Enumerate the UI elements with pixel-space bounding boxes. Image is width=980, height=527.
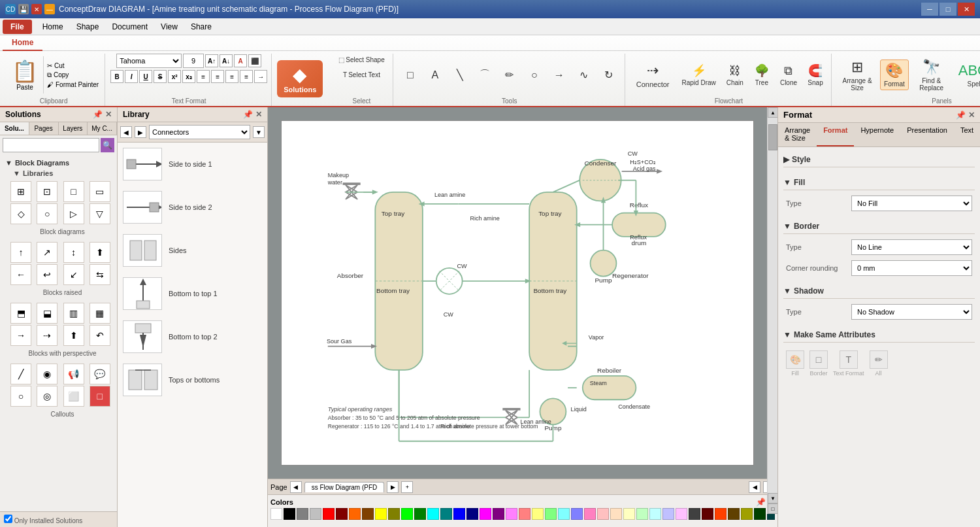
- select-shape-button[interactable]: ⬚ Select Shape: [335, 54, 389, 66]
- app-icon-close[interactable]: ✕: [31, 4, 42, 14]
- document-menu[interactable]: Document: [105, 20, 154, 34]
- maximize-button[interactable]: □: [939, 3, 956, 16]
- color-swatch-22[interactable]: [558, 508, 570, 520]
- library-forward-button[interactable]: ▶: [135, 126, 146, 138]
- tab-layers[interactable]: Layers: [59, 122, 88, 135]
- tab-myc[interactable]: My C...: [88, 122, 117, 135]
- page-tab-active[interactable]: ss Flow Diagram (PFD: [304, 482, 385, 492]
- library-pin-icon[interactable]: 📌: [243, 110, 253, 119]
- color-swatch-17[interactable]: [493, 508, 504, 520]
- color-swatch-33[interactable]: [702, 508, 713, 520]
- lib-shape-side-to-side-1[interactable]: [123, 148, 162, 180]
- italic-button[interactable]: I: [125, 70, 138, 83]
- color-swatch-34[interactable]: [715, 508, 727, 520]
- tab-arrange-size[interactable]: Arrange & Size: [778, 123, 817, 146]
- colors-pin-icon[interactable]: 📌: [756, 498, 766, 507]
- color-swatch-20[interactable]: [532, 508, 544, 520]
- align-center-button[interactable]: ≡: [211, 70, 224, 83]
- shape-menu[interactable]: Shape: [70, 20, 106, 34]
- shape-raised-3[interactable]: ↕: [63, 242, 84, 263]
- color-swatch-31[interactable]: [676, 508, 687, 520]
- border-type-select[interactable]: No Line: [851, 239, 972, 255]
- tab-solutions[interactable]: Solu...: [0, 122, 29, 135]
- solutions-button[interactable]: ◆ Solutions: [277, 60, 323, 97]
- align-justify-button[interactable]: ≡: [240, 70, 253, 83]
- align-left-button[interactable]: ≡: [197, 70, 210, 83]
- lib-shape-bottom-to-top-1[interactable]: [123, 277, 162, 310]
- page-add-button[interactable]: +: [401, 481, 413, 493]
- rect-tool-button[interactable]: □: [399, 67, 422, 84]
- minimize-button[interactable]: ─: [921, 3, 938, 16]
- library-menu-button[interactable]: ▼: [253, 126, 265, 138]
- libraries-title[interactable]: ▼ Libraries: [10, 168, 114, 178]
- tab-home[interactable]: Home: [3, 35, 42, 51]
- share-menu[interactable]: Share: [184, 20, 218, 34]
- color-swatch-27[interactable]: [623, 508, 635, 520]
- shape-item-4[interactable]: ▭: [90, 181, 110, 202]
- format-close-icon[interactable]: ✕: [968, 110, 975, 120]
- arrow-tool-button[interactable]: →: [547, 67, 571, 84]
- make-same-all[interactable]: ✏ All: [870, 350, 888, 377]
- format-pin-icon[interactable]: 📌: [956, 110, 966, 120]
- lib-shape-bottom-to-top-2[interactable]: [123, 320, 162, 353]
- make-same-fill[interactable]: 🎨 Fill: [786, 350, 804, 377]
- subscript-button[interactable]: x₂: [182, 70, 195, 83]
- solutions-search-button[interactable]: 🔍: [101, 138, 114, 152]
- solutions-close-icon[interactable]: ✕: [105, 110, 112, 119]
- shape-raised-7[interactable]: ↙: [63, 264, 84, 285]
- curve-tool-button[interactable]: ⌒: [473, 65, 497, 84]
- color-swatch-5[interactable]: [336, 508, 348, 520]
- color-swatch-15[interactable]: [466, 508, 478, 520]
- pencil-tool-button[interactable]: ✏: [498, 66, 521, 84]
- shape-item-1[interactable]: ⊞: [10, 181, 31, 202]
- shape-raised-8[interactable]: ⇆: [90, 264, 110, 285]
- font-shrink-button[interactable]: A↓: [220, 54, 233, 67]
- curve2-tool-button[interactable]: ∿: [572, 66, 596, 84]
- color-swatch-13[interactable]: [440, 508, 452, 520]
- shape-callout-8[interactable]: □: [90, 386, 110, 407]
- canvas-wrapper[interactable]: Top tray Bottom tray Top tray Bottom tra…: [268, 107, 767, 479]
- only-installed-checkbox[interactable]: [4, 515, 12, 523]
- color-swatch-19[interactable]: [519, 508, 531, 520]
- shape-raised-2[interactable]: ↗: [37, 242, 57, 263]
- font-color-button[interactable]: A: [234, 54, 247, 67]
- color-swatch-9[interactable]: [388, 508, 400, 520]
- make-same-header[interactable]: ▼ Make Same Attributes: [783, 328, 975, 343]
- align-right-button[interactable]: ≡: [225, 70, 238, 83]
- cut-action[interactable]: ✂ Cut: [45, 61, 101, 70]
- color-swatch-7[interactable]: [362, 508, 374, 520]
- rotate-tool-button[interactable]: ↻: [597, 66, 621, 84]
- color-swatch-24[interactable]: [584, 508, 596, 520]
- tab-format[interactable]: Format: [817, 123, 854, 146]
- snap-button[interactable]: 🧲 Snap: [804, 61, 827, 89]
- format-button[interactable]: 🎨 Format: [880, 60, 909, 90]
- fill-header[interactable]: ▼ Fill: [783, 175, 975, 190]
- connector-button[interactable]: ⇢ Connector: [630, 59, 676, 92]
- color-swatch-21[interactable]: [545, 508, 557, 520]
- tab-presentation[interactable]: Presentation: [900, 123, 954, 146]
- clone-button[interactable]: ⧉ Clone: [776, 61, 801, 89]
- select-text-button[interactable]: T Select Text: [339, 69, 384, 81]
- shape-raised-5[interactable]: ←: [10, 264, 31, 285]
- shape-callout-4[interactable]: 💬: [90, 364, 110, 384]
- tree-button[interactable]: 🌳 Tree: [750, 61, 774, 89]
- page-scroll-left[interactable]: ◀: [749, 481, 760, 493]
- fill-type-select[interactable]: No Fill: [851, 196, 972, 211]
- scroll-thumb[interactable]: [768, 124, 777, 150]
- color-swatch-3[interactable]: [310, 508, 321, 520]
- color-swatch-23[interactable]: [571, 508, 583, 520]
- shape-persp-7[interactable]: ⬆: [63, 325, 84, 346]
- color-swatch-6[interactable]: [349, 508, 361, 520]
- shape-item-7[interactable]: ▷: [63, 203, 84, 224]
- color-swatch-36[interactable]: [741, 508, 753, 520]
- file-menu[interactable]: File: [3, 20, 32, 34]
- color-swatch-35[interactable]: [728, 508, 740, 520]
- color-swatch-12[interactable]: [427, 508, 439, 520]
- library-close-icon[interactable]: ✕: [255, 110, 262, 119]
- strikethrough-button[interactable]: S: [154, 70, 167, 83]
- style-header[interactable]: ▶ Style: [783, 152, 975, 167]
- lib-shape-sides[interactable]: [123, 234, 162, 267]
- shape-persp-3[interactable]: ▥: [63, 303, 84, 324]
- font-grow-button[interactable]: A↑: [205, 54, 218, 67]
- shadow-type-select[interactable]: No Shadow: [851, 304, 972, 320]
